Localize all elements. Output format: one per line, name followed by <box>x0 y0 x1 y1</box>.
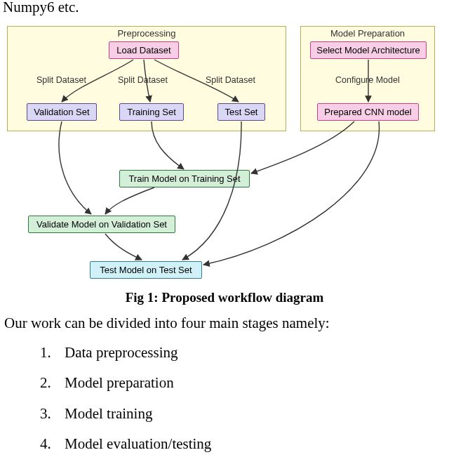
node-prepared-cnn: Prepared CNN model <box>317 103 419 121</box>
node-validation-set: Validation Set <box>27 103 97 121</box>
list-item: Data preprocessing <box>55 338 449 368</box>
edge-label-split-2: Split Dataset <box>118 75 168 85</box>
list-item: Model preparation <box>55 368 449 398</box>
intro-paragraph: Our work can be divided into four main s… <box>0 312 449 333</box>
node-test-model: Test Model on Test Set <box>90 261 202 279</box>
node-load-dataset: Load Dataset <box>109 41 179 59</box>
figure-caption: Fig 1: Proposed workflow diagram <box>0 290 449 305</box>
stages-list: Data preprocessing Model preparation Mod… <box>0 338 449 458</box>
panel-modelprep-title: Model Preparation <box>301 28 434 39</box>
node-select-architecture: Select Model Architecture <box>310 41 427 59</box>
node-train-model: Train Model on Training Set <box>119 170 250 187</box>
node-training-set: Training Set <box>119 103 184 121</box>
clipped-text-top: Numpy6 etc. <box>0 0 449 19</box>
panel-preprocessing-title: Preprocessing <box>8 28 286 39</box>
edge-label-split-3: Split Dataset <box>206 75 255 85</box>
edge-label-split-1: Split Dataset <box>36 75 86 85</box>
node-validate-model: Validate Model on Validation Set <box>28 216 175 233</box>
edge-label-configure: Configure Model <box>335 75 400 85</box>
list-item: Model training <box>55 399 449 429</box>
workflow-diagram: Preprocessing Model Preparation Load Dat… <box>7 19 435 286</box>
node-test-set: Test Set <box>217 103 265 121</box>
list-item: Model evaluation/testing <box>55 429 449 459</box>
